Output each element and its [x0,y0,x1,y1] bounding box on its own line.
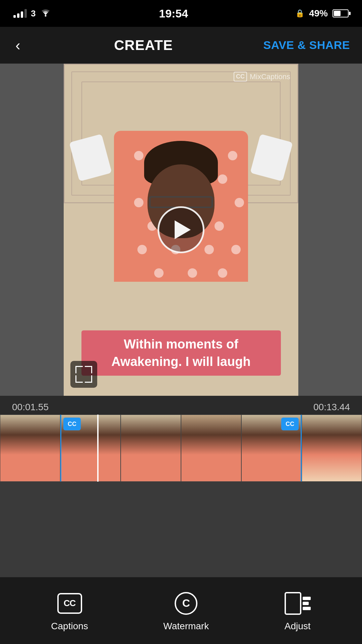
status-right: 🔒 49% [295,8,349,19]
bottom-toolbar: CC Captions C Watermark Adjust [0,577,362,644]
adjust-icon [284,590,311,617]
timestamp-end: 00:13.44 [313,402,350,413]
watermark-logo: CC MixCaptions [234,72,290,82]
caption-overlay: Within moments of Awakening. I will laug… [64,330,298,376]
back-button[interactable]: ‹ [12,34,24,57]
video-frame[interactable]: CC MixCaptions Within moments of Awakeni… [64,64,298,396]
watermark-tool[interactable]: C Watermark [163,590,209,632]
thumbnail-strip: CC CC [0,415,362,482]
video-wrapper: CC MixCaptions Within moments of Awakeni… [0,64,362,396]
adjust-tool[interactable]: Adjust [284,590,311,632]
expand-arrow-tr [85,366,92,373]
watermark-brand: MixCaptions [250,72,290,81]
status-left: 3 [13,8,52,19]
thumb-3 [121,415,181,482]
wifi-icon [40,8,52,19]
expand-icon [75,366,92,383]
copyright-icon: C [175,592,197,615]
lock-icon: 🔒 [295,9,304,18]
play-triangle-icon [175,220,191,239]
expand-button[interactable] [70,361,97,388]
svg-point-0 [45,15,47,16]
caption-text[interactable]: Within moments of Awakening. I will laug… [81,330,281,376]
thumb-1 [0,415,60,482]
thumb-4 [181,415,241,482]
network-label: 3 [31,8,36,19]
page-title: CREATE [114,37,173,53]
expand-arrow-br [85,375,92,383]
adjust-right-icon [303,597,311,610]
timeline-header: 00:01.55 00:13.44 [0,396,362,415]
watermark-label: Watermark [163,621,209,632]
battery-percent: 49% [309,8,328,19]
status-time: 19:54 [159,7,188,20]
captions-label: Captions [51,621,88,632]
cc-badge-right: CC [281,418,299,430]
timeline-track[interactable]: CC CC [0,415,362,482]
captions-icon: CC [56,590,83,617]
captions-tool[interactable]: CC Captions [51,590,88,632]
timeline-section: 00:01.55 00:13.44 CC CC [0,396,362,482]
status-bar: 3 19:54 🔒 49% [0,0,362,27]
save-share-button[interactable]: SAVE & SHARE [263,39,350,52]
watermark-icon: C [173,590,199,617]
cc-box-icon: CC [57,593,82,614]
timestamp-start: 00:01.55 [12,402,49,413]
battery-icon [333,9,349,17]
adjust-label: Adjust [285,621,311,632]
adjust-box-icon [285,592,311,615]
cc-badge-left: CC [63,418,81,430]
adjust-left-icon [285,592,301,615]
thumb-5: CC [241,415,302,482]
expand-arrow-bl [75,375,83,383]
thumb-6 [302,415,362,482]
playhead[interactable] [97,415,99,482]
play-button[interactable] [158,206,204,253]
thumb-2: CC [60,415,121,482]
signal-icon [13,9,27,18]
watermark-cc-icon: CC [234,72,247,82]
header: ‹ CREATE SAVE & SHARE [0,27,362,64]
expand-arrow-tl [75,366,83,373]
